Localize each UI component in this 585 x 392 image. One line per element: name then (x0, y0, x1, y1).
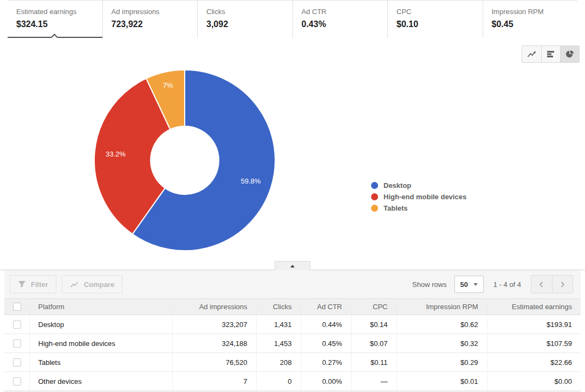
column-header-ad-impressions[interactable]: Ad impressions (172, 299, 256, 315)
rows-per-page-select[interactable]: 50 (454, 276, 484, 293)
value-cell: 7 (172, 372, 256, 391)
chevron-down-icon (473, 283, 478, 286)
value-cell: — (351, 372, 396, 391)
legend-dot-icon (371, 205, 378, 212)
pagination-controls (531, 275, 573, 293)
compare-chart-icon (70, 281, 79, 288)
column-header-impression-rpm[interactable]: Impression RPM (396, 299, 487, 315)
metric-label: Clicks (206, 8, 292, 16)
metric-card-cpc[interactable]: CPC$0.10 (387, 1, 483, 38)
previous-page-button[interactable] (531, 276, 552, 293)
value-cell: $0.01 (396, 372, 487, 391)
column-header-clicks[interactable]: Clicks (256, 299, 301, 315)
value-cell: $0.29 (396, 353, 487, 372)
table-row: Desktop323,2071,4310.44%$0.14$0.62$193.9… (4, 315, 581, 334)
checkbox-header-cell (4, 299, 29, 315)
filter-funnel-icon (18, 280, 26, 288)
select-all-checkbox[interactable] (13, 303, 21, 311)
value-cell: $0.14 (351, 315, 396, 334)
metric-value: 723,922 (112, 19, 198, 29)
pie-chart-toggle-button[interactable] (560, 46, 579, 62)
slice-label: 59.8% (241, 177, 261, 185)
value-cell: 208 (256, 353, 301, 372)
metric-value: 0.43% (302, 19, 388, 29)
line-chart-toggle-button[interactable] (522, 46, 541, 62)
next-page-button[interactable] (552, 276, 573, 293)
collapse-chart-button[interactable] (275, 261, 310, 270)
row-checkbox[interactable] (13, 358, 21, 367)
table-header-row: PlatformAd impressionsClicksAd CTRCPCImp… (4, 299, 581, 315)
value-cell: 0.27% (301, 353, 351, 372)
value-cell: 324,188 (172, 334, 256, 353)
value-cell: $0.62 (396, 315, 487, 334)
metric-value: $324.15 (16, 19, 102, 29)
table-row: Other devices700.00%—$0.01$0.00 (4, 372, 581, 391)
legend-item[interactable]: Tablets (371, 202, 466, 214)
platform-name-cell: Desktop (29, 315, 172, 334)
value-cell: $0.07 (351, 334, 396, 353)
chevron-left-icon (537, 280, 545, 289)
column-header-estimated-earnings[interactable]: Estimated earnings (487, 299, 581, 315)
metric-card-impression-rpm[interactable]: Impression RPM$0.45 (483, 1, 578, 38)
rows-per-page-value: 50 (460, 280, 467, 289)
show-rows-label: Show rows (412, 280, 447, 289)
filter-button[interactable]: Filter (10, 275, 56, 293)
column-header-ad-ctr[interactable]: Ad CTR (301, 299, 351, 315)
checkbox-cell (4, 372, 29, 391)
metric-cards-bar: Estimated earnings$324.15Ad impressions7… (8, 0, 577, 38)
filter-button-label: Filter (31, 280, 48, 289)
metric-value: $0.45 (492, 19, 578, 29)
value-cell: 1,431 (256, 315, 301, 334)
line-chart-icon (527, 50, 537, 58)
platform-name-cell: High-end mobile devices (29, 334, 172, 353)
row-checkbox[interactable] (13, 377, 21, 386)
bar-chart-icon (547, 50, 555, 58)
donut-chart: 59.8%33.2%7% (93, 68, 277, 252)
legend-item[interactable]: High-end mobile devices (371, 191, 466, 202)
legend-label: Tablets (384, 204, 408, 212)
column-header-cpc[interactable]: CPC (351, 299, 396, 315)
chart-section: 59.8%33.2%7% DesktopHigh-end mobile devi… (0, 38, 585, 270)
table-row: Tablets76,5202080.27%$0.11$0.29$22.66 (4, 353, 581, 372)
slice-label: 7% (163, 81, 173, 89)
value-cell: $193.91 (487, 315, 581, 334)
value-cell: 0.00% (301, 372, 351, 391)
value-cell: $0.32 (396, 334, 487, 353)
value-cell: 1,453 (256, 334, 301, 353)
metric-label: Impression RPM (492, 8, 578, 16)
legend-dot-icon (371, 182, 378, 189)
value-cell: 323,207 (172, 315, 256, 334)
legend-item[interactable]: Desktop (371, 180, 466, 191)
pagination-range-label: 1 - 4 of 4 (493, 280, 521, 289)
metric-card-ad-impressions[interactable]: Ad impressions723,922 (102, 1, 198, 38)
value-cell: $22.66 (487, 353, 581, 372)
collapse-arrow-icon (290, 265, 295, 267)
metric-value: $0.10 (396, 19, 483, 29)
platforms-table: PlatformAd impressionsClicksAd CTRCPCImp… (4, 298, 581, 391)
compare-button-label: Compare (84, 280, 114, 289)
column-header-platform[interactable]: Platform (29, 299, 172, 315)
table-toolbar: Filter Compare Show rows 50 1 - 4 of 4 (4, 270, 581, 298)
legend-label: High-end mobile devices (384, 193, 466, 201)
chart-legend: DesktopHigh-end mobile devicesTablets (371, 180, 466, 214)
value-cell: $0.00 (487, 372, 581, 391)
table-row: High-end mobile devices324,1881,4530.45%… (4, 334, 581, 353)
value-cell: $107.59 (487, 334, 581, 353)
metric-card-ad-ctr[interactable]: Ad CTR0.43% (292, 1, 388, 38)
metric-card-estimated-earnings[interactable]: Estimated earnings$324.15 (8, 1, 102, 38)
row-checkbox[interactable] (13, 321, 21, 329)
metric-card-clicks[interactable]: Clicks3,092 (197, 1, 292, 38)
slice-label: 33.2% (106, 150, 126, 158)
metric-label: Ad CTR (302, 8, 388, 16)
bar-chart-toggle-button[interactable] (541, 46, 560, 62)
value-cell: 76,520 (172, 353, 256, 372)
checkbox-cell (4, 315, 29, 334)
pie-chart-icon (566, 50, 574, 58)
metric-label: Ad impressions (112, 8, 198, 16)
checkbox-cell (4, 334, 29, 353)
compare-button[interactable]: Compare (62, 275, 122, 293)
metric-label: Estimated earnings (16, 8, 102, 16)
row-checkbox[interactable] (13, 339, 21, 348)
checkbox-cell (4, 353, 29, 372)
chart-type-toggle-group (522, 45, 580, 63)
